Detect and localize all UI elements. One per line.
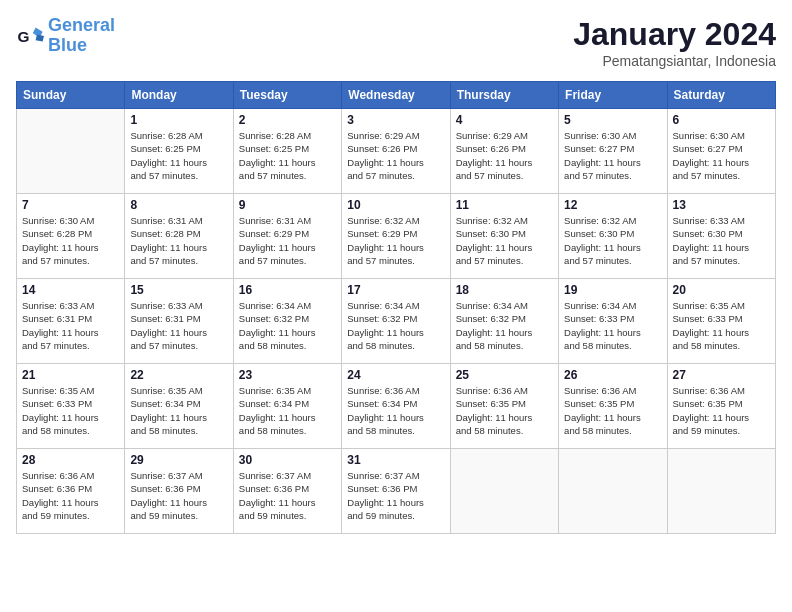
calendar-cell: 18Sunrise: 6:34 AM Sunset: 6:32 PM Dayli… — [450, 279, 558, 364]
day-info: Sunrise: 6:32 AM Sunset: 6:29 PM Dayligh… — [347, 214, 444, 267]
day-info: Sunrise: 6:30 AM Sunset: 6:27 PM Dayligh… — [564, 129, 661, 182]
day-number: 22 — [130, 368, 227, 382]
calendar-cell: 22Sunrise: 6:35 AM Sunset: 6:34 PM Dayli… — [125, 364, 233, 449]
day-number: 17 — [347, 283, 444, 297]
logo: G General Blue — [16, 16, 115, 56]
calendar-cell: 5Sunrise: 6:30 AM Sunset: 6:27 PM Daylig… — [559, 109, 667, 194]
calendar-cell: 24Sunrise: 6:36 AM Sunset: 6:34 PM Dayli… — [342, 364, 450, 449]
day-number: 19 — [564, 283, 661, 297]
calendar-cell: 15Sunrise: 6:33 AM Sunset: 6:31 PM Dayli… — [125, 279, 233, 364]
calendar-cell: 21Sunrise: 6:35 AM Sunset: 6:33 PM Dayli… — [17, 364, 125, 449]
day-info: Sunrise: 6:32 AM Sunset: 6:30 PM Dayligh… — [564, 214, 661, 267]
day-info: Sunrise: 6:31 AM Sunset: 6:29 PM Dayligh… — [239, 214, 336, 267]
calendar-cell: 20Sunrise: 6:35 AM Sunset: 6:33 PM Dayli… — [667, 279, 775, 364]
day-number: 20 — [673, 283, 770, 297]
day-number: 29 — [130, 453, 227, 467]
day-number: 15 — [130, 283, 227, 297]
day-info: Sunrise: 6:29 AM Sunset: 6:26 PM Dayligh… — [456, 129, 553, 182]
day-number: 11 — [456, 198, 553, 212]
day-number: 2 — [239, 113, 336, 127]
calendar-cell: 19Sunrise: 6:34 AM Sunset: 6:33 PM Dayli… — [559, 279, 667, 364]
day-info: Sunrise: 6:30 AM Sunset: 6:28 PM Dayligh… — [22, 214, 119, 267]
month-title: January 2024 — [573, 16, 776, 53]
week-row-3: 14Sunrise: 6:33 AM Sunset: 6:31 PM Dayli… — [17, 279, 776, 364]
day-number: 28 — [22, 453, 119, 467]
column-header-sunday: Sunday — [17, 82, 125, 109]
calendar-cell: 31Sunrise: 6:37 AM Sunset: 6:36 PM Dayli… — [342, 449, 450, 534]
day-number: 7 — [22, 198, 119, 212]
day-number: 12 — [564, 198, 661, 212]
calendar-cell: 28Sunrise: 6:36 AM Sunset: 6:36 PM Dayli… — [17, 449, 125, 534]
day-info: Sunrise: 6:36 AM Sunset: 6:35 PM Dayligh… — [564, 384, 661, 437]
day-number: 21 — [22, 368, 119, 382]
calendar-cell: 13Sunrise: 6:33 AM Sunset: 6:30 PM Dayli… — [667, 194, 775, 279]
svg-marker-2 — [36, 34, 44, 41]
week-row-4: 21Sunrise: 6:35 AM Sunset: 6:33 PM Dayli… — [17, 364, 776, 449]
calendar-cell — [559, 449, 667, 534]
calendar-cell: 11Sunrise: 6:32 AM Sunset: 6:30 PM Dayli… — [450, 194, 558, 279]
column-header-thursday: Thursday — [450, 82, 558, 109]
day-number: 13 — [673, 198, 770, 212]
day-info: Sunrise: 6:33 AM Sunset: 6:31 PM Dayligh… — [130, 299, 227, 352]
column-header-tuesday: Tuesday — [233, 82, 341, 109]
day-info: Sunrise: 6:35 AM Sunset: 6:33 PM Dayligh… — [22, 384, 119, 437]
week-row-5: 28Sunrise: 6:36 AM Sunset: 6:36 PM Dayli… — [17, 449, 776, 534]
calendar-cell: 7Sunrise: 6:30 AM Sunset: 6:28 PM Daylig… — [17, 194, 125, 279]
day-number: 3 — [347, 113, 444, 127]
column-header-monday: Monday — [125, 82, 233, 109]
calendar-table: SundayMondayTuesdayWednesdayThursdayFrid… — [16, 81, 776, 534]
calendar-cell: 4Sunrise: 6:29 AM Sunset: 6:26 PM Daylig… — [450, 109, 558, 194]
calendar-cell: 17Sunrise: 6:34 AM Sunset: 6:32 PM Dayli… — [342, 279, 450, 364]
svg-text:G: G — [17, 27, 29, 44]
calendar-cell: 25Sunrise: 6:36 AM Sunset: 6:35 PM Dayli… — [450, 364, 558, 449]
day-number: 31 — [347, 453, 444, 467]
calendar-cell: 9Sunrise: 6:31 AM Sunset: 6:29 PM Daylig… — [233, 194, 341, 279]
day-number: 9 — [239, 198, 336, 212]
logo-icon: G — [16, 22, 44, 50]
week-row-1: 1Sunrise: 6:28 AM Sunset: 6:25 PM Daylig… — [17, 109, 776, 194]
day-number: 23 — [239, 368, 336, 382]
day-number: 1 — [130, 113, 227, 127]
day-info: Sunrise: 6:34 AM Sunset: 6:33 PM Dayligh… — [564, 299, 661, 352]
day-info: Sunrise: 6:30 AM Sunset: 6:27 PM Dayligh… — [673, 129, 770, 182]
day-info: Sunrise: 6:36 AM Sunset: 6:36 PM Dayligh… — [22, 469, 119, 522]
day-number: 24 — [347, 368, 444, 382]
day-number: 25 — [456, 368, 553, 382]
day-info: Sunrise: 6:34 AM Sunset: 6:32 PM Dayligh… — [347, 299, 444, 352]
day-info: Sunrise: 6:34 AM Sunset: 6:32 PM Dayligh… — [456, 299, 553, 352]
calendar-header-row: SundayMondayTuesdayWednesdayThursdayFrid… — [17, 82, 776, 109]
day-info: Sunrise: 6:28 AM Sunset: 6:25 PM Dayligh… — [239, 129, 336, 182]
calendar-cell: 2Sunrise: 6:28 AM Sunset: 6:25 PM Daylig… — [233, 109, 341, 194]
calendar-cell — [667, 449, 775, 534]
calendar-cell: 14Sunrise: 6:33 AM Sunset: 6:31 PM Dayli… — [17, 279, 125, 364]
calendar-cell: 27Sunrise: 6:36 AM Sunset: 6:35 PM Dayli… — [667, 364, 775, 449]
day-number: 6 — [673, 113, 770, 127]
column-header-wednesday: Wednesday — [342, 82, 450, 109]
week-row-2: 7Sunrise: 6:30 AM Sunset: 6:28 PM Daylig… — [17, 194, 776, 279]
day-info: Sunrise: 6:37 AM Sunset: 6:36 PM Dayligh… — [130, 469, 227, 522]
day-info: Sunrise: 6:37 AM Sunset: 6:36 PM Dayligh… — [347, 469, 444, 522]
location: Pematangsiantar, Indonesia — [573, 53, 776, 69]
calendar-cell: 6Sunrise: 6:30 AM Sunset: 6:27 PM Daylig… — [667, 109, 775, 194]
column-header-saturday: Saturday — [667, 82, 775, 109]
day-number: 27 — [673, 368, 770, 382]
calendar-cell: 23Sunrise: 6:35 AM Sunset: 6:34 PM Dayli… — [233, 364, 341, 449]
day-info: Sunrise: 6:35 AM Sunset: 6:33 PM Dayligh… — [673, 299, 770, 352]
title-block: January 2024 Pematangsiantar, Indonesia — [573, 16, 776, 69]
day-number: 16 — [239, 283, 336, 297]
day-number: 30 — [239, 453, 336, 467]
day-info: Sunrise: 6:36 AM Sunset: 6:35 PM Dayligh… — [673, 384, 770, 437]
calendar-cell: 26Sunrise: 6:36 AM Sunset: 6:35 PM Dayli… — [559, 364, 667, 449]
day-info: Sunrise: 6:29 AM Sunset: 6:26 PM Dayligh… — [347, 129, 444, 182]
calendar-cell — [450, 449, 558, 534]
column-header-friday: Friday — [559, 82, 667, 109]
day-info: Sunrise: 6:28 AM Sunset: 6:25 PM Dayligh… — [130, 129, 227, 182]
calendar-cell: 3Sunrise: 6:29 AM Sunset: 6:26 PM Daylig… — [342, 109, 450, 194]
day-number: 18 — [456, 283, 553, 297]
day-info: Sunrise: 6:35 AM Sunset: 6:34 PM Dayligh… — [239, 384, 336, 437]
calendar-cell: 16Sunrise: 6:34 AM Sunset: 6:32 PM Dayli… — [233, 279, 341, 364]
calendar-cell: 8Sunrise: 6:31 AM Sunset: 6:28 PM Daylig… — [125, 194, 233, 279]
day-info: Sunrise: 6:36 AM Sunset: 6:35 PM Dayligh… — [456, 384, 553, 437]
day-number: 5 — [564, 113, 661, 127]
calendar-cell: 29Sunrise: 6:37 AM Sunset: 6:36 PM Dayli… — [125, 449, 233, 534]
